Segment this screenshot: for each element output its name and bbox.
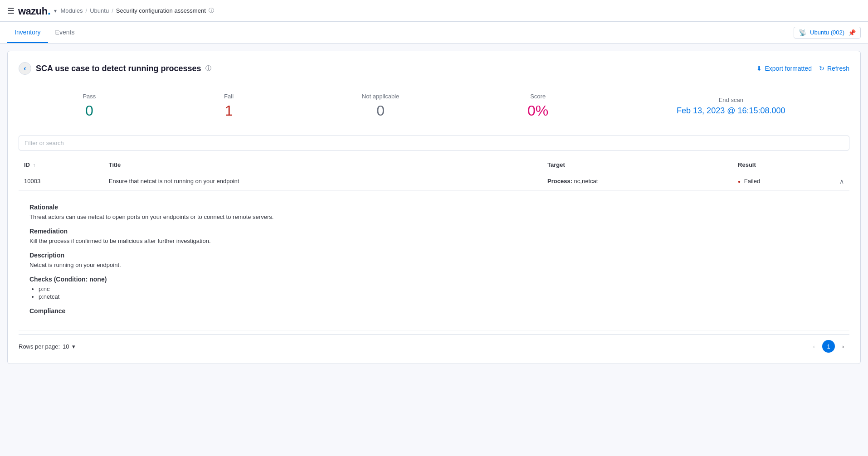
col-id[interactable]: ID ↑ [19, 158, 103, 172]
main-content: ‹ SCA use case to detect running process… [0, 44, 868, 371]
col-title-label: Title [109, 161, 121, 168]
score-value: 0% [527, 102, 548, 119]
top-navigation: ☰ wazuh. ▾ Modules / Ubuntu / Security c… [0, 0, 868, 22]
signal-icon: 📡 [799, 29, 806, 36]
table-body: 10003 Ensure that netcat is not running … [19, 172, 849, 330]
tab-row: Inventory Events 📡 Ubuntu (002) 📌 [0, 22, 868, 44]
breadcrumb-sep2: / [112, 7, 113, 14]
logo-text: wazuh [18, 5, 48, 17]
col-id-label: ID [24, 161, 30, 168]
row-title: Ensure that netcat is not running on you… [109, 178, 239, 184]
agent-badge[interactable]: 📡 Ubuntu (002) 📌 [794, 27, 861, 39]
col-target[interactable]: Target [542, 158, 732, 172]
score-label: Score [527, 93, 548, 100]
result-dot-icon: ● [738, 179, 741, 184]
result-value: Failed [744, 178, 760, 184]
breadcrumb: Modules / Ubuntu / Security configuratio… [60, 7, 214, 15]
remediation-text: Kill the process if confirmed to be mali… [29, 238, 839, 244]
stat-pass: Pass 0 [83, 93, 96, 119]
cell-id: 10003 [19, 172, 103, 191]
cell-title: Ensure that netcat is not running on you… [103, 172, 542, 191]
rationale-text: Threat actors can use netcat to open por… [29, 213, 839, 220]
rationale-title: Rationale [29, 204, 839, 211]
checks-list: p:nc p:netcat [29, 286, 839, 300]
card-header-right: ⬇ Export formatted ↻ Refresh [756, 65, 849, 72]
expand-row-button[interactable]: ∧ [839, 178, 844, 185]
pass-value: 0 [83, 102, 96, 119]
stats-row: Pass 0 Fail 1 Not applicable 0 Score 0% … [19, 86, 849, 126]
app-logo: wazuh. [18, 4, 50, 18]
export-label: Export formatted [765, 65, 812, 72]
end-scan-label: End scan [677, 97, 785, 103]
cell-target: Process: nc,netcat [542, 172, 732, 191]
detail-section: Rationale Threat actors can use netcat t… [24, 204, 844, 325]
sca-card: ‹ SCA use case to detect running process… [7, 51, 861, 364]
filter-placeholder: Filter or search [24, 140, 64, 146]
fail-value: 1 [224, 102, 234, 119]
target-label: Process: [547, 178, 572, 184]
pass-label: Pass [83, 93, 96, 100]
check-item-2: p:netcat [39, 293, 839, 300]
filter-bar[interactable]: Filter or search [19, 136, 849, 150]
check-item-1: p:nc [39, 286, 839, 292]
end-scan-value: Feb 13, 2023 @ 16:15:08.000 [677, 106, 785, 116]
back-button[interactable]: ‹ [19, 62, 31, 75]
rows-per-page-value: 10 [63, 343, 69, 350]
row-id: 10003 [24, 178, 40, 184]
stat-fail: Fail 1 [224, 93, 234, 119]
stat-end-scan: End scan Feb 13, 2023 @ 16:15:08.000 [677, 97, 785, 116]
pagination-next[interactable]: › [837, 340, 849, 353]
refresh-button[interactable]: ↻ Refresh [819, 65, 849, 72]
agent-badge-label: Ubuntu (002) [810, 29, 844, 36]
compliance-title: Compliance [29, 307, 839, 315]
pagination: ‹ 1 › [808, 340, 849, 353]
fail-label: Fail [224, 93, 234, 100]
col-result-label: Result [738, 161, 756, 168]
card-header: ‹ SCA use case to detect running process… [19, 62, 849, 75]
tabs-container: Inventory Events [7, 22, 82, 43]
checks-title: Checks (Condition: none) [29, 276, 839, 283]
breadcrumb-current: Security configuration assessment [116, 7, 206, 14]
description-text: Netcat is running on your endpoint. [29, 262, 839, 268]
card-info-icon[interactable]: ⓘ [205, 64, 211, 73]
pin-icon: 📌 [848, 29, 856, 36]
logo-dot: . [48, 4, 51, 17]
rows-per-page-label: Rows per page: [19, 343, 60, 350]
download-icon: ⬇ [756, 65, 762, 72]
remediation-title: Remediation [29, 228, 839, 235]
not-applicable-value: 0 [362, 102, 399, 119]
stat-not-applicable: Not applicable 0 [362, 93, 399, 119]
pagination-page-1[interactable]: 1 [822, 340, 835, 353]
pagination-prev[interactable]: ‹ [808, 340, 820, 353]
card-header-left: ‹ SCA use case to detect running process… [19, 62, 211, 75]
col-target-label: Target [547, 161, 565, 168]
logo-chevron[interactable]: ▾ [54, 8, 57, 14]
tab-inventory[interactable]: Inventory [7, 22, 48, 43]
cell-result: ● Failed ∧ [732, 172, 849, 191]
rows-per-page-chevron: ▾ [72, 343, 75, 350]
description-title: Description [29, 252, 839, 259]
table-header: ID ↑ Title Target Result [19, 158, 849, 172]
target-value: nc,netcat [574, 178, 598, 184]
export-formatted-button[interactable]: ⬇ Export formatted [756, 65, 812, 72]
tab-events[interactable]: Events [48, 22, 82, 43]
breadcrumb-modules[interactable]: Modules [60, 7, 83, 14]
tab-events-label: Events [55, 29, 75, 36]
not-applicable-label: Not applicable [362, 93, 399, 100]
col-result[interactable]: Result [732, 158, 849, 172]
detail-row: Rationale Threat actors can use netcat t… [19, 191, 849, 330]
stat-score: Score 0% [527, 93, 548, 119]
card-title: SCA use case to detect running processes [36, 64, 201, 73]
menu-icon[interactable]: ☰ [7, 6, 15, 16]
breadcrumb-sep1: / [86, 7, 88, 14]
sort-arrow-id: ↑ [33, 163, 35, 168]
detail-cell: Rationale Threat actors can use netcat t… [19, 191, 849, 330]
results-table: ID ↑ Title Target Result [19, 158, 849, 330]
tab-inventory-label: Inventory [15, 29, 41, 36]
col-title[interactable]: Title [103, 158, 542, 172]
table-row: 10003 Ensure that netcat is not running … [19, 172, 849, 191]
rows-per-page[interactable]: Rows per page: 10 ▾ [19, 343, 75, 350]
breadcrumb-ubuntu[interactable]: Ubuntu [90, 7, 109, 14]
info-icon-breadcrumb[interactable]: ⓘ [209, 7, 214, 15]
refresh-icon: ↻ [819, 65, 824, 72]
